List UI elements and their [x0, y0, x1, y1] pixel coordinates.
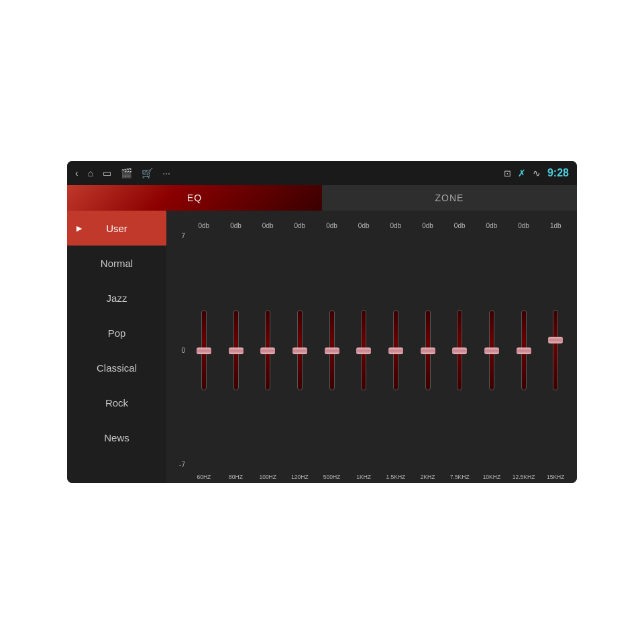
eq-slider-col-15KHZ: 15KHZ: [539, 229, 572, 480]
eq-slider-track-2KHZ: [425, 310, 431, 390]
eq-slider-col-80HZ: 80HZ: [220, 229, 252, 480]
eq-top-label-80HZ: 0db: [220, 222, 252, 229]
eq-top-label-2KHZ: 0db: [412, 222, 444, 229]
eq-slider-col-120HZ: 120HZ: [284, 229, 316, 480]
eq-slider-col-12.5KHZ: 12.5KHZ: [508, 229, 540, 480]
sidebar-item-normal[interactable]: Normal: [67, 246, 166, 280]
eq-slider-track-wrap-60HZ: [188, 229, 220, 471]
bluetooth-icon: ✗: [518, 168, 526, 178]
basket-icon[interactable]: 🛒: [142, 168, 153, 178]
status-time: 9:28: [547, 167, 569, 179]
eq-slider-track-60HZ: [201, 310, 207, 390]
eq-slider-track-wrap-7.5KHZ: [443, 229, 476, 471]
eq-freq-label-1.5KHZ: 1.5KHZ: [386, 474, 405, 480]
eq-slider-thumb-2KHZ[interactable]: [421, 347, 435, 354]
eq-freq-label-80HZ: 80HZ: [229, 474, 243, 480]
eq-slider-track-100HZ: [265, 310, 270, 390]
eq-slider-col-100HZ: 100HZ: [252, 229, 284, 480]
eq-slider-thumb-7.5KHZ[interactable]: [452, 347, 467, 354]
eq-slider-track-wrap-500HZ: [316, 229, 348, 471]
tab-bar: EQ ZONE: [67, 185, 577, 211]
eq-slider-thumb-100HZ[interactable]: [260, 347, 275, 354]
eq-slider-thumb-1KHZ[interactable]: [356, 347, 371, 354]
eq-slider-thumb-60HZ[interactable]: [197, 347, 211, 354]
eq-slider-col-10KHZ: 10KHZ: [476, 229, 508, 480]
scale-0: 0: [181, 347, 185, 354]
scale-neg7: -7: [179, 461, 185, 468]
eq-freq-label-2KHZ: 2KHZ: [421, 474, 435, 480]
cast-icon: ⊡: [504, 168, 511, 178]
eq-slider-col-2KHZ: 2KHZ: [412, 229, 444, 480]
eq-top-label-15KHZ: 1db: [539, 222, 572, 229]
eq-slider-track-120HZ: [297, 310, 303, 390]
eq-slider-thumb-15KHZ[interactable]: [548, 337, 563, 343]
device-frame: ‹ ⌂ ▭ 🎬 🛒 ··· ⊡ ✗ ∿ 9:28 EQ ZONE User No…: [67, 161, 577, 483]
eq-freq-label-15KHZ: 15KHZ: [547, 474, 564, 480]
eq-slider-col-1.5KHZ: 1.5KHZ: [380, 229, 412, 480]
camera-icon[interactable]: 🎬: [121, 168, 132, 178]
eq-slider-col-7.5KHZ: 7.5KHZ: [443, 229, 476, 480]
scale-7: 7: [181, 232, 185, 239]
status-bar: ‹ ⌂ ▭ 🎬 🛒 ··· ⊡ ✗ ∿ 9:28: [67, 161, 577, 185]
eq-freq-label-100HZ: 100HZ: [259, 474, 276, 480]
sidebar-item-jazz[interactable]: Jazz: [67, 280, 166, 315]
eq-slider-track-wrap-12.5KHZ: [508, 229, 540, 471]
eq-top-label-120HZ: 0db: [284, 222, 316, 229]
eq-freq-label-500HZ: 500HZ: [323, 474, 341, 480]
eq-slider-track-wrap-15KHZ: [539, 229, 572, 471]
back-icon[interactable]: ‹: [75, 168, 78, 178]
eq-slider-track-wrap-1KHZ: [347, 229, 380, 471]
eq-top-label-7.5KHZ: 0db: [443, 222, 476, 229]
eq-freq-label-7.5KHZ: 7.5KHZ: [450, 474, 470, 480]
eq-sliders: 60HZ80HZ100HZ120HZ500HZ1KHZ1.5KHZ2KHZ7.5…: [188, 229, 572, 480]
eq-slider-thumb-80HZ[interactable]: [229, 347, 244, 354]
sidebar-item-rock[interactable]: Rock: [67, 385, 166, 420]
eq-slider-track-80HZ: [233, 310, 239, 390]
wifi-icon: ∿: [533, 168, 541, 178]
eq-slider-col-500HZ: 500HZ: [316, 229, 348, 480]
sidebar-item-news[interactable]: News: [67, 420, 166, 455]
eq-freq-label-120HZ: 120HZ: [291, 474, 309, 480]
eq-top-label-10KHZ: 0db: [476, 222, 508, 229]
eq-slider-col-60HZ: 60HZ: [188, 229, 220, 480]
eq-slider-track-1KHZ: [361, 310, 366, 390]
eq-top-label-12.5KHZ: 0db: [508, 222, 540, 229]
eq-freq-label-1KHZ: 1KHZ: [356, 474, 371, 480]
sidebar-item-pop[interactable]: Pop: [67, 315, 166, 350]
eq-top-label-1.5KHZ: 0db: [380, 222, 412, 229]
eq-freq-label-60HZ: 60HZ: [197, 474, 211, 480]
eq-top-label-500HZ: 0db: [316, 222, 348, 229]
eq-top-label-60HZ: 0db: [188, 222, 220, 229]
eq-slider-thumb-10KHZ[interactable]: [484, 347, 499, 354]
eq-top-labels: 0db0db0db0db0db0db0db0db0db0db0db1db: [172, 211, 572, 229]
eq-body: 7 0 -7 60HZ80HZ100HZ120HZ500HZ1KHZ1.5KHZ…: [172, 229, 572, 480]
eq-slider-track-wrap-100HZ: [252, 229, 284, 471]
eq-panel: 0db0db0db0db0db0db0db0db0db0db0db1db 7 0…: [166, 211, 577, 483]
eq-slider-track-10KHZ: [489, 310, 494, 390]
recents-icon[interactable]: ▭: [103, 168, 111, 178]
eq-freq-label-10KHZ: 10KHZ: [483, 474, 500, 480]
tab-zone[interactable]: ZONE: [322, 185, 577, 211]
eq-slider-track-wrap-10KHZ: [476, 229, 508, 471]
main-content: User Normal Jazz Pop Classical Rock News…: [67, 211, 577, 483]
eq-slider-thumb-12.5KHZ[interactable]: [517, 347, 531, 354]
eq-slider-track-wrap-2KHZ: [412, 229, 444, 471]
more-icon[interactable]: ···: [162, 168, 170, 178]
eq-slider-thumb-120HZ[interactable]: [292, 347, 307, 354]
eq-top-label-1KHZ: 0db: [347, 222, 380, 229]
eq-top-label-100HZ: 0db: [252, 222, 284, 229]
eq-slider-track-500HZ: [329, 310, 335, 390]
eq-slider-col-1KHZ: 1KHZ: [347, 229, 380, 480]
eq-slider-track-7.5KHZ: [457, 310, 462, 390]
eq-slider-track-wrap-1.5KHZ: [380, 229, 412, 471]
sidebar-item-classical[interactable]: Classical: [67, 350, 166, 385]
sidebar-item-user[interactable]: User: [67, 211, 166, 246]
home-icon[interactable]: ⌂: [88, 168, 93, 178]
eq-slider-track-12.5KHZ: [521, 310, 527, 390]
eq-slider-track-wrap-80HZ: [220, 229, 252, 471]
eq-slider-track-wrap-120HZ: [284, 229, 316, 471]
tab-eq[interactable]: EQ: [67, 185, 322, 211]
eq-slider-thumb-500HZ[interactable]: [325, 347, 339, 354]
eq-slider-thumb-1.5KHZ[interactable]: [388, 347, 403, 354]
status-bar-right: ⊡ ✗ ∿ 9:28: [504, 167, 569, 179]
